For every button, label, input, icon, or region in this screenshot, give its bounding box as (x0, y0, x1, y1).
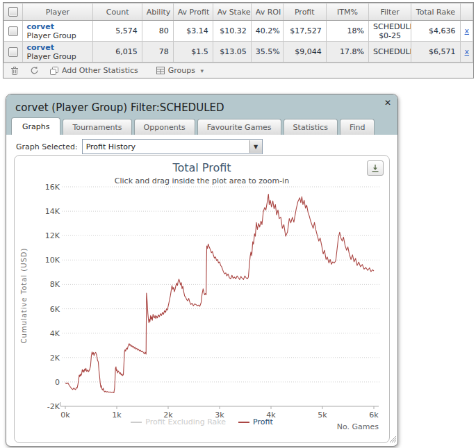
legend-marker (238, 422, 249, 423)
cell-profit: $9,044 (283, 42, 326, 63)
download-chart-icon[interactable] (367, 160, 384, 176)
svg-text:12K: 12K (45, 231, 60, 240)
player-type: Player Group (27, 31, 89, 40)
col-header-profit[interactable]: Profit (283, 3, 326, 21)
col-header-remove (460, 3, 473, 21)
chart-plot-area[interactable]: -2K02K4K6K8K10K12K14K16K0k1k2k3k4k5k6k (15, 156, 389, 442)
chart-title: Total Profit (15, 161, 389, 174)
profit-chart: Total Profit Click and drag inside the p… (14, 155, 390, 443)
col-header-count[interactable]: Count (93, 3, 142, 21)
select-all-checkbox[interactable] (8, 7, 18, 17)
legend-item-profit[interactable]: Profit (238, 417, 273, 426)
svg-text:8K: 8K (50, 280, 60, 289)
filter-line1: SCHEDULED (373, 47, 411, 56)
cell-itm: 17.8% (326, 42, 368, 63)
groups-grid-icon[interactable] (156, 67, 165, 74)
col-header-av-roi-label: Av ROI (256, 8, 281, 17)
col-header-ability[interactable]: Ability (142, 3, 173, 21)
cell-av-stake: $13.05 (213, 42, 251, 63)
cell-count: 5,574 (93, 21, 142, 42)
player-type: Player Group (27, 52, 89, 61)
tab-opponents[interactable]: Opponents (134, 119, 195, 135)
x-axis-title: No. Games (337, 422, 379, 431)
cell-av-roi: 35.5% (251, 42, 283, 63)
player-link[interactable]: corvet (27, 43, 89, 52)
chart-subtitle: Click and drag inside the plot area to z… (15, 176, 389, 185)
trash-icon[interactable] (10, 66, 19, 75)
cell-total-rake: $4,636 (411, 21, 460, 42)
svg-text:4K: 4K (50, 329, 60, 338)
tab-bar: Graphs Tournaments Opponents Favourite G… (11, 117, 377, 135)
chevron-down-icon[interactable]: ▼ (249, 140, 262, 153)
svg-text:0: 0 (55, 378, 60, 387)
cell-av-profit: $1.5 (173, 42, 213, 63)
tab-favourite-games[interactable]: Favourite Games (197, 119, 281, 135)
table-toolbar: Add Other Statistics Groups ▾ (3, 63, 473, 78)
cell-count: 6,015 (93, 42, 142, 63)
remove-row-link[interactable]: x (465, 26, 468, 35)
chart-legend: Profit Excluding Rake Profit (15, 417, 389, 426)
tab-find[interactable]: Find (340, 119, 375, 135)
player-group-dialog: corvet (Player Group) Filter:SCHEDULED ✕… (6, 94, 398, 447)
cell-ability: 80 (142, 21, 173, 42)
dialog-title: corvet (Player Group) Filter:SCHEDULED (15, 101, 224, 114)
legend-label: Profit (253, 417, 273, 426)
graph-select-value: Profit History (83, 142, 136, 151)
svg-text:10K: 10K (45, 256, 60, 265)
copy-window-icon[interactable] (50, 67, 58, 75)
row-checkbox[interactable] (8, 26, 18, 36)
cell-ability: 78 (142, 42, 173, 63)
col-header-av-roi[interactable]: Av ROI (251, 3, 283, 21)
table-row: corvet Player Group 5,574 80 $3.14 $10.3… (4, 21, 473, 42)
col-header-av-profit[interactable]: Av Profit (173, 3, 213, 21)
cell-itm: 18% (326, 21, 368, 42)
refresh-icon[interactable] (30, 66, 39, 75)
legend-marker (131, 422, 142, 423)
col-header-av-stake[interactable]: Av Stake (213, 3, 251, 21)
filter-line1: SCHEDULED (373, 22, 411, 31)
tab-statistics[interactable]: Statistics (284, 119, 338, 135)
filter-line2: $0-25 (373, 31, 407, 40)
player-link[interactable]: corvet (27, 22, 89, 31)
y-axis-title: Cumulative Total (USD) (20, 244, 28, 348)
svg-text:2K: 2K (50, 354, 60, 363)
col-header-player[interactable]: Player (22, 3, 93, 21)
cell-filter: SCHEDULED (369, 42, 411, 63)
select-all-cell[interactable] (4, 3, 23, 21)
header-row: Player Count Ability Av Profit Av Stake … (4, 3, 473, 21)
svg-text:-2K: -2K (47, 402, 60, 411)
row-checkbox[interactable] (8, 47, 18, 57)
cell-total-rake: $6,571 (411, 42, 460, 63)
table-row: corvet Player Group 6,015 78 $1.5 $13.05… (4, 42, 473, 63)
resize-grip-icon[interactable] (390, 435, 396, 445)
svg-text:6K: 6K (50, 305, 60, 314)
legend-label: Profit Excluding Rake (145, 417, 226, 426)
graph-select-dropdown[interactable]: Profit History ▼ (82, 139, 263, 154)
dialog-title-bar[interactable]: corvet (Player Group) Filter:SCHEDULED ✕… (6, 94, 397, 135)
cell-av-profit: $3.14 (173, 21, 213, 42)
groups-button[interactable]: Groups ▾ (168, 66, 204, 75)
remove-row-link[interactable]: x (465, 47, 468, 56)
graph-selected-label: Graph Selected: (16, 142, 78, 151)
col-header-itm[interactable]: ITM% (326, 3, 368, 21)
stats-table: Player Count Ability Av Profit Av Stake … (3, 3, 473, 63)
cell-filter: SCHEDULED $0-25 (369, 21, 411, 42)
col-header-filter[interactable]: Filter (369, 3, 411, 21)
cell-av-roi: 40.2% (251, 21, 283, 42)
chevron-down-icon: ▾ (201, 67, 204, 74)
stats-table-container: Player Count Ability Av Profit Av Stake … (3, 2, 474, 78)
cell-av-stake: $10.32 (213, 21, 251, 42)
graph-selected-row: Graph Selected: Profit History ▼ (16, 139, 263, 154)
tab-tournaments[interactable]: Tournaments (63, 119, 131, 135)
add-other-statistics-button[interactable]: Add Other Statistics (62, 66, 138, 75)
cell-profit: $17,527 (283, 21, 326, 42)
close-icon[interactable]: ✕ (384, 98, 391, 108)
page: { "table": { "headers": { "player": "Pla… (0, 0, 476, 448)
tab-graphs[interactable]: Graphs (11, 117, 60, 135)
svg-text:14K: 14K (45, 207, 60, 216)
col-header-total-rake[interactable]: Total Rake (411, 3, 460, 21)
legend-item-profit-excluding-rake[interactable]: Profit Excluding Rake (131, 417, 226, 426)
